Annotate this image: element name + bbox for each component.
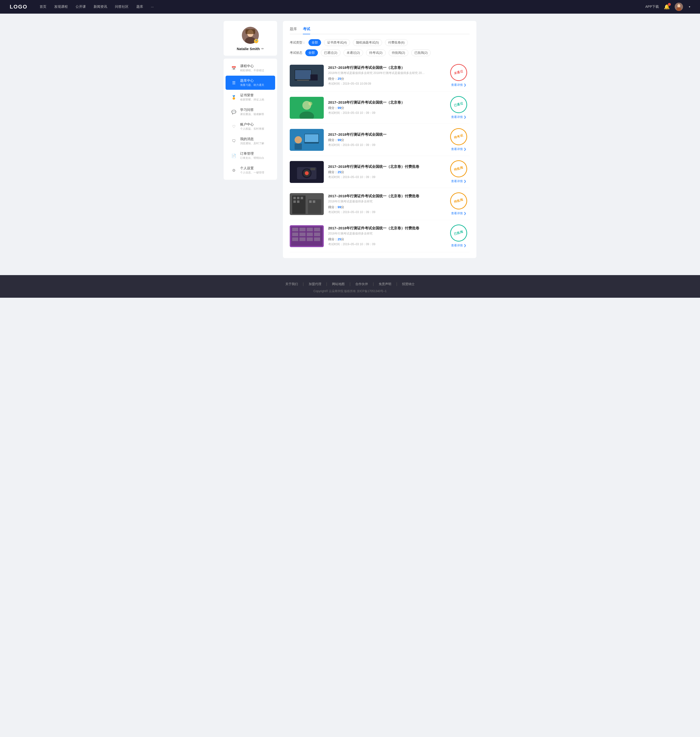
- sidebar-item-certificate[interactable]: 🏅 证书荣誉 收获荣耀、持证上岗: [225, 90, 275, 104]
- sidebar-item-question-bank[interactable]: ☰ 题库中心 海量习题、助力通关: [225, 76, 275, 90]
- nav-news[interactable]: 新闻资讯: [94, 4, 107, 9]
- svg-point-1: [677, 4, 680, 7]
- filter-type-paid[interactable]: 付费批卷(6): [385, 39, 408, 46]
- exam-title: 2017–2018年行测证件考试全国统一（北京卷）付费批卷: [328, 194, 443, 199]
- exam-info: 2017–2018年行测证件考试全国统一（北京卷）付费批卷 2018年行测考试是…: [328, 194, 443, 214]
- user-menu-chevron[interactable]: ▾: [689, 5, 690, 9]
- exam-actions: 未通过 查看详情 ❯: [448, 64, 469, 87]
- footer-link-5[interactable]: 招贤纳士: [402, 282, 415, 286]
- user-avatar[interactable]: [675, 3, 683, 11]
- svg-rect-45: [307, 233, 313, 236]
- exam-time: 考试时间：2019–05–03 10：09：09: [328, 175, 443, 179]
- exam-desc: 2018年行测考试是最值得多去研究 2018年行测考试是最值得多去研究 2018…: [328, 71, 425, 75]
- filter-status-passed[interactable]: 已通过(2): [321, 49, 341, 56]
- svg-rect-49: [307, 237, 313, 241]
- svg-rect-46: [314, 233, 320, 236]
- exam-info: 2017–2018年行测证件考试全国统一（北京卷）付费批卷 得分：25分 考试时…: [328, 164, 443, 179]
- exam-thumbnail: [290, 97, 324, 119]
- logo[interactable]: LOGO: [10, 4, 28, 10]
- view-detail-button[interactable]: 查看详情 ❯: [451, 147, 466, 151]
- tab-bank[interactable]: 题库: [290, 27, 297, 34]
- filter-type-all[interactable]: 全部: [309, 39, 321, 46]
- exam-item: 2017–2018年行测证件考试全国统一（北京卷）付费批卷 2018年行测考试是…: [290, 188, 469, 220]
- svg-rect-6: [246, 29, 255, 34]
- exam-thumbnail: [290, 65, 324, 87]
- filter-status-reviewed[interactable]: 已批阅(2): [411, 49, 431, 56]
- filter-status-review-pending[interactable]: 待批阅(2): [389, 49, 408, 56]
- tab-exam[interactable]: 考试: [303, 27, 310, 34]
- exam-stamp: 待批阅: [448, 158, 469, 179]
- filter-status-all[interactable]: 全部: [305, 49, 318, 56]
- sidebar-username: Natalie Smith ✏: [237, 47, 264, 51]
- exam-time: 考试时间：2019–05–03 10：09：09: [328, 210, 443, 214]
- footer-link-1[interactable]: 加盟代理: [309, 282, 321, 286]
- sidebar-item-settings[interactable]: ⚙ 个人设置 个人信息、一键管理: [225, 163, 275, 177]
- nav-open-course[interactable]: 公开课: [76, 4, 86, 9]
- nav-home[interactable]: 首页: [40, 4, 46, 9]
- svg-rect-31: [297, 197, 300, 199]
- sidebar-item-messages[interactable]: 🗨 我的消息 消息通知、及时了解: [225, 134, 275, 148]
- exam-desc: 2018年行测考试是最值得多去研究: [328, 199, 425, 203]
- exam-time: 考试时间：2019–05–03 10：09：09: [328, 242, 443, 246]
- view-detail-button[interactable]: 查看详情 ❯: [451, 83, 466, 87]
- footer-link-0[interactable]: 关于我们: [285, 282, 298, 286]
- sidebar-item-course[interactable]: 📅 课程中心 精彩课程、不容错过: [225, 61, 275, 75]
- sidebar-item-study-qa[interactable]: 💬 学习问答 课后重温、疑难解答: [225, 105, 275, 119]
- exam-score: 得分：99分: [328, 205, 443, 209]
- sidebar-item-account[interactable]: ♡ 账户中心 个人权益、实时掌握: [225, 119, 275, 134]
- exam-thumbnail: [290, 129, 324, 151]
- footer-link-3[interactable]: 合作伙伴: [355, 282, 368, 286]
- exam-score: 得分：99分: [328, 138, 443, 142]
- sidebar-menu: 📅 课程中心 精彩课程、不容错过 ☰ 题库中心 海量习题、助力通关 🏅 证书荣誉…: [224, 59, 277, 180]
- course-icon: 📅: [231, 66, 237, 71]
- avatar-badge: 🏅: [254, 39, 258, 43]
- nav-qa[interactable]: 问答社区: [115, 4, 129, 9]
- svg-rect-42: [314, 228, 320, 231]
- edit-icon[interactable]: ✏: [261, 47, 264, 51]
- app-download-link[interactable]: APP下载: [645, 4, 659, 9]
- exam-item: 2017–2018年行测证件考试全国统一（北京卷）付费批卷 2018年行测考试是…: [290, 220, 469, 252]
- svg-rect-9: [295, 70, 311, 79]
- content-area: 题库 考试 考试类型： 全部 证书类考试(4) 随机抽题考试(5) 付费批卷(6…: [283, 21, 476, 258]
- svg-rect-11: [310, 74, 318, 81]
- notification-badge: [668, 3, 671, 6]
- view-detail-button[interactable]: 查看详情 ❯: [451, 243, 466, 248]
- view-detail-button[interactable]: 查看详情 ❯: [451, 179, 466, 183]
- notification-bell[interactable]: 🔔: [664, 4, 670, 10]
- navbar-right: APP下载 🔔 ▾: [645, 3, 690, 11]
- filter-type-random[interactable]: 随机抽题考试(5): [353, 39, 382, 46]
- filter-status-failed[interactable]: 未通过(2): [343, 49, 363, 56]
- exam-title: 2017–2018年行测证件考试全国统一（北京卷）付费批卷: [328, 164, 443, 169]
- svg-rect-32: [301, 197, 303, 199]
- exam-stamp: 待批阅: [448, 190, 469, 211]
- exam-info: 2017–2018年行测证件考试全国统一（北京卷） 2018年行测考试是最值得多…: [328, 65, 443, 86]
- sidebar-item-orders[interactable]: 📄 订单管理 订单支出、明明白白: [225, 149, 275, 163]
- question-bank-icon: ☰: [231, 81, 237, 85]
- footer-link-2[interactable]: 网站地图: [332, 282, 345, 286]
- view-detail-button[interactable]: 查看详情 ❯: [451, 211, 466, 215]
- exam-score: 得分：25分: [328, 237, 443, 242]
- svg-rect-44: [300, 233, 306, 236]
- nav-courses[interactable]: 发现课程: [54, 4, 68, 9]
- view-detail-button[interactable]: 查看详情 ❯: [451, 115, 466, 119]
- exam-actions: 已批阅 查看详情 ❯: [448, 224, 469, 248]
- exam-actions: 待批阅 查看详情 ❯: [448, 192, 469, 215]
- svg-rect-20: [294, 143, 302, 150]
- svg-rect-26: [310, 168, 315, 170]
- exam-time: 考试时间：2019–05–03 10：09：09: [328, 143, 443, 147]
- exam-score: 得分：25分: [328, 170, 443, 174]
- nav-more[interactable]: ···: [151, 5, 154, 9]
- filter-status-pending[interactable]: 待考试(2): [366, 49, 386, 56]
- navbar: LOGO 首页 发现课程 公开课 新闻资讯 问答社区 题库 ··· APP下载 …: [0, 0, 700, 13]
- certificate-icon: 🏅: [231, 95, 237, 100]
- exam-title: 2017–2018年行测证件考试全国统一（北京卷）: [328, 100, 443, 105]
- filter-type-cert[interactable]: 证书类考试(4): [324, 39, 350, 46]
- exam-score: 得分：25分: [328, 77, 443, 81]
- nav-question-bank[interactable]: 题库: [136, 4, 143, 9]
- exam-actions: 待批阅 查看详情 ❯: [448, 160, 469, 183]
- sidebar-profile: 🏅 Natalie Smith ✏: [224, 21, 277, 56]
- exam-info: 2017–2018年行测证件考试全国统一（北京卷）付费批卷 2018年行测考试是…: [328, 226, 443, 246]
- footer-link-4[interactable]: 免责声明: [379, 282, 391, 286]
- exam-stamp: 已通过: [448, 94, 469, 115]
- filter-type-row: 考试类型： 全部 证书类考试(4) 随机抽题考试(5) 付费批卷(6): [290, 39, 469, 46]
